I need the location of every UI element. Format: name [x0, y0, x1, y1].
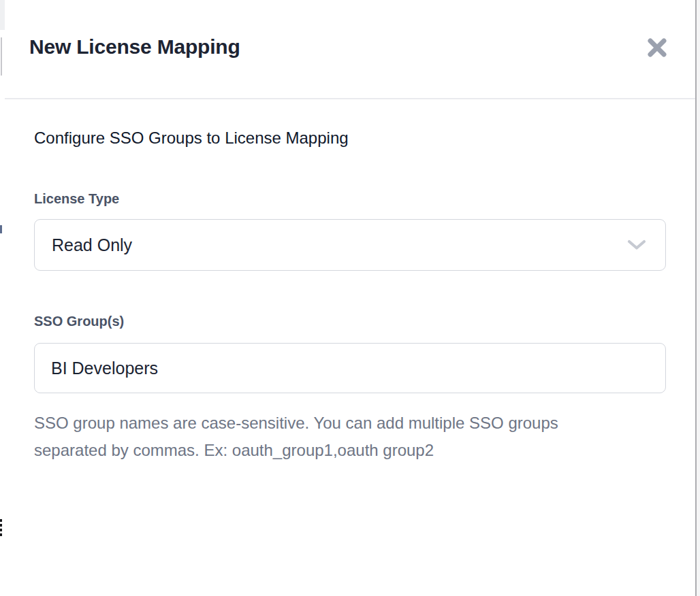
sso-groups-input[interactable]	[34, 343, 666, 393]
sso-groups-label: SSO Group(s)	[34, 313, 665, 329]
chevron-down-icon	[627, 239, 646, 250]
page-edge-artifact	[1, 37, 2, 76]
close-button[interactable]	[643, 34, 671, 61]
license-type-select[interactable]: Read Only	[34, 219, 666, 271]
page-edge-text-artifact	[0, 524, 2, 527]
modal-subtitle: Configure SSO Groups to License Mapping	[34, 128, 665, 148]
page-edge-text-artifact	[0, 529, 2, 531]
screen: New License Mapping Configure SSO Groups…	[0, 0, 700, 596]
modal-title: New License Mapping	[29, 35, 240, 59]
new-license-mapping-modal: New License Mapping Configure SSO Groups…	[5, 0, 697, 596]
modal-header: New License Mapping	[5, 0, 695, 99]
close-icon	[646, 37, 668, 59]
page-edge-artifact	[0, 225, 2, 233]
page-edge-text-artifact	[0, 533, 2, 536]
sso-groups-helper-text: SSO group names are case-sensitive. You …	[34, 410, 609, 464]
page-backdrop-corner	[0, 0, 5, 30]
modal-body: Configure SSO Groups to License Mapping …	[5, 128, 695, 464]
license-type-selected-value: Read Only	[52, 235, 132, 255]
page-edge-text-artifact	[0, 519, 2, 522]
page-backdrop-right	[697, 0, 700, 596]
license-type-label: License Type	[34, 191, 665, 207]
